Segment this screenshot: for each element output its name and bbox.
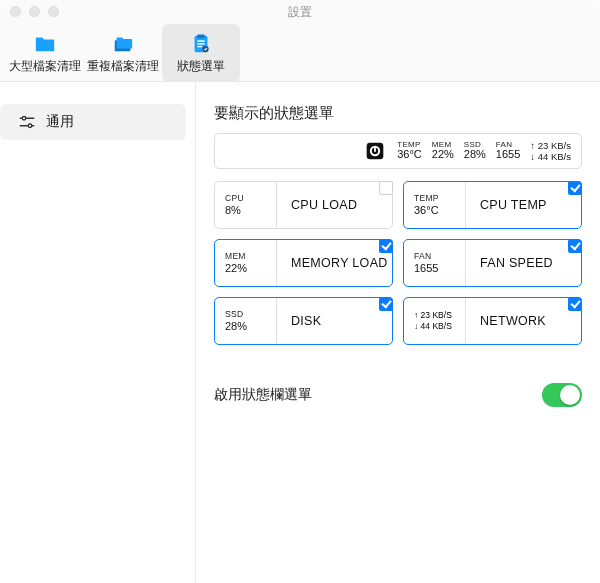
card-title: NETWORK	[466, 314, 546, 328]
minimize-icon[interactable]	[29, 6, 40, 17]
tab-label: 狀態選單	[177, 59, 225, 74]
checkbox-icon	[379, 239, 393, 253]
card-title: FAN SPEED	[466, 256, 553, 270]
card-temp[interactable]: TEMP36°C CPU TEMP	[403, 181, 582, 229]
svg-rect-3	[197, 43, 204, 44]
preview-temp: TEMP 36°C	[397, 141, 422, 161]
window-title: 設置	[0, 0, 600, 24]
enable-menubar-label: 啟用狀態欄選單	[214, 386, 312, 404]
traffic-lights	[10, 6, 59, 17]
card-title: DISK	[277, 314, 321, 328]
sidebar-item-label: 通用	[46, 113, 74, 131]
zoom-icon[interactable]	[48, 6, 59, 17]
svg-point-7	[28, 124, 31, 127]
checkbox-icon	[568, 181, 582, 195]
svg-rect-4	[197, 45, 202, 46]
toolbar: 大型檔案清理 重複檔案清理 狀態選單	[0, 24, 600, 82]
card-title: CPU LOAD	[277, 198, 357, 212]
checkbox-icon	[379, 181, 393, 195]
tab-label: 重複檔案清理	[87, 59, 159, 74]
card-title: MEMORY LOAD	[277, 256, 388, 270]
tab-label: 大型檔案清理	[9, 59, 81, 74]
svg-rect-1	[197, 34, 204, 38]
card-mem[interactable]: MEM22% MEMORY LOAD	[214, 239, 393, 287]
close-icon[interactable]	[10, 6, 21, 17]
tab-large-files[interactable]: 大型檔案清理	[6, 24, 84, 82]
checkbox-icon	[568, 239, 582, 253]
sidebar-item-general[interactable]: 通用	[0, 104, 186, 140]
tab-dup-files[interactable]: 重複檔案清理	[84, 24, 162, 82]
card-fan[interactable]: FAN1655 FAN SPEED	[403, 239, 582, 287]
main-pane: 要顯示的狀態選單 TEMP 36°C MEM 22% SSD 28% FAN 1…	[196, 82, 600, 583]
card-cpu[interactable]: CPU8% CPU LOAD	[214, 181, 393, 229]
checkbox-icon	[568, 297, 582, 311]
card-net[interactable]: ↑ 23 KB/S ↓ 44 KB/S NETWORK	[403, 297, 582, 345]
checkbox-icon	[379, 297, 393, 311]
tab-status-menu[interactable]: 狀態選單	[162, 24, 240, 82]
preview-mem: MEM 22%	[432, 141, 454, 161]
sliders-icon	[18, 113, 36, 131]
preview-ssd: SSD 28%	[464, 141, 486, 161]
titlebar: 設置	[0, 0, 600, 24]
enable-menubar-switch[interactable]	[542, 383, 582, 407]
menubar-preview: TEMP 36°C MEM 22% SSD 28% FAN 1655 ↑ 23 …	[214, 133, 582, 169]
status-cards-grid: CPU8% CPU LOAD TEMP36°C CPU TEMP MEM22% …	[214, 181, 582, 345]
svg-rect-2	[197, 40, 204, 41]
sidebar: 通用	[0, 82, 196, 583]
svg-point-6	[22, 117, 25, 120]
app-icon	[365, 141, 385, 161]
card-title: CPU TEMP	[466, 198, 547, 212]
preview-network: ↑ 23 KB/s ↓ 44 KB/s	[530, 140, 571, 163]
folder-icon	[33, 33, 57, 55]
section-title: 要顯示的狀態選單	[214, 104, 582, 123]
enable-menubar-row: 啟用狀態欄選單	[214, 383, 582, 407]
folders-icon	[111, 33, 135, 55]
card-ssd[interactable]: SSD28% DISK	[214, 297, 393, 345]
preview-fan: FAN 1655	[496, 141, 520, 161]
clipboard-list-icon	[189, 33, 213, 55]
